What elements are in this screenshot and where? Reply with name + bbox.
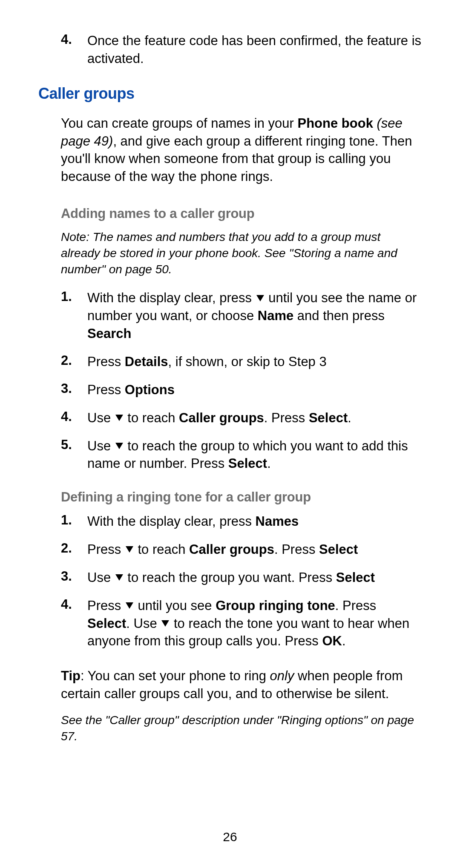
phone-book-bold: Phone book bbox=[297, 116, 373, 131]
subheading-defining-tone: Defining a ringing tone for a caller gro… bbox=[61, 490, 422, 505]
section-intro: You can create groups of names in your P… bbox=[61, 115, 422, 186]
list-body: Press to reach Caller groups. Press Sele… bbox=[87, 541, 422, 559]
text: and then press bbox=[293, 308, 385, 323]
list-number: 4. bbox=[61, 32, 87, 68]
list-item: 3. Press Options bbox=[61, 381, 422, 399]
adding-names-steps: 1. With the display clear, press until y… bbox=[61, 289, 422, 473]
subheading-adding-names: Adding names to a caller group bbox=[61, 206, 422, 221]
text: Press bbox=[87, 382, 125, 397]
text: Press bbox=[87, 598, 125, 613]
select-bold: Select bbox=[309, 410, 348, 425]
list-item: 1. With the display clear, press Names bbox=[61, 513, 422, 530]
section-heading: Caller groups bbox=[38, 85, 422, 103]
text: . Press bbox=[264, 410, 309, 425]
text: Use bbox=[87, 410, 115, 425]
names-bold: Names bbox=[256, 514, 299, 529]
list-body: Use to reach the group to which you want… bbox=[87, 437, 422, 473]
list-number: 1. bbox=[61, 513, 87, 530]
list-item: 4. Use to reach Caller groups. Press Sel… bbox=[61, 409, 422, 427]
list-number: 4. bbox=[61, 409, 87, 427]
list-body: Press Options bbox=[87, 381, 422, 399]
select-bold: Select bbox=[87, 616, 126, 631]
text: . Press bbox=[335, 598, 376, 613]
down-arrow-icon bbox=[256, 295, 264, 301]
list-body: Press Details, if shown, or skip to Step… bbox=[87, 353, 422, 371]
list-number: 2. bbox=[61, 541, 87, 559]
list-item: 4. Press until you see Group ringing ton… bbox=[61, 597, 422, 650]
text: Use bbox=[87, 438, 115, 453]
list-item: 4. Once the feature code has been confir… bbox=[61, 32, 422, 68]
down-arrow-icon bbox=[126, 546, 133, 553]
tip-paragraph: Tip: You can set your phone to ring only… bbox=[61, 667, 422, 703]
text: With the display clear, press bbox=[87, 514, 256, 529]
list-body: Press until you see Group ringing tone. … bbox=[87, 597, 422, 650]
down-arrow-icon bbox=[115, 574, 123, 581]
text: : You can set your phone to ring bbox=[80, 668, 270, 683]
down-arrow-icon bbox=[115, 443, 123, 449]
ok-bold: OK bbox=[322, 633, 342, 648]
text: With the display clear, press bbox=[87, 290, 256, 305]
text: You can create groups of names in your bbox=[61, 116, 297, 131]
details-bold: Details bbox=[125, 354, 168, 369]
page-number: 26 bbox=[0, 830, 460, 844]
text: until you see bbox=[134, 598, 216, 613]
prev-section-continued-list: 4. Once the feature code has been confir… bbox=[61, 32, 422, 68]
text: to reach the group you want. Press bbox=[124, 570, 336, 585]
down-arrow-icon bbox=[161, 620, 169, 627]
text: Press bbox=[87, 542, 125, 557]
list-item: 2. Press Details, if shown, or skip to S… bbox=[61, 353, 422, 371]
list-body: With the display clear, press Names bbox=[87, 513, 422, 530]
name-bold: Name bbox=[258, 308, 293, 323]
tip-label: Tip bbox=[61, 668, 80, 683]
select-bold: Select bbox=[228, 456, 267, 471]
list-body: Once the feature code has been confirmed… bbox=[87, 32, 422, 68]
list-body: Use to reach Caller groups. Press Select… bbox=[87, 409, 422, 427]
text: to reach bbox=[124, 410, 179, 425]
section-caller-groups: Caller groups You can create groups of n… bbox=[61, 85, 422, 745]
list-number: 1. bbox=[61, 289, 87, 343]
group-ringing-tone-bold: Group ringing tone bbox=[216, 598, 335, 613]
text: Press bbox=[87, 354, 125, 369]
select-bold: Select bbox=[336, 570, 375, 585]
defining-tone-steps: 1. With the display clear, press Names 2… bbox=[61, 513, 422, 650]
manual-page: 4. Once the feature code has been confir… bbox=[0, 0, 460, 868]
list-item: 5. Use to reach the group to which you w… bbox=[61, 437, 422, 473]
down-arrow-icon bbox=[115, 415, 123, 421]
list-item: 3. Use to reach the group you want. Pres… bbox=[61, 569, 422, 587]
list-number: 5. bbox=[61, 437, 87, 473]
list-number: 3. bbox=[61, 569, 87, 587]
list-number: 2. bbox=[61, 353, 87, 371]
down-arrow-icon bbox=[126, 602, 133, 609]
text: . bbox=[267, 456, 271, 471]
select-bold: Select bbox=[319, 542, 358, 557]
text: . Use bbox=[126, 616, 161, 631]
list-body: With the display clear, press until you … bbox=[87, 289, 422, 343]
note-text: Note: The names and numbers that you add… bbox=[61, 229, 422, 277]
options-bold: Options bbox=[125, 382, 175, 397]
text: Use bbox=[87, 570, 115, 585]
search-bold: Search bbox=[87, 326, 131, 341]
list-item: 1. With the display clear, press until y… bbox=[61, 289, 422, 343]
caller-groups-bold: Caller groups bbox=[189, 542, 274, 557]
text: , if shown, or skip to Step 3 bbox=[168, 354, 327, 369]
text: . Press bbox=[274, 542, 319, 557]
cross-reference: See the "Caller group" description under… bbox=[61, 712, 422, 745]
text: . bbox=[342, 633, 346, 648]
list-item: 2. Press to reach Caller groups. Press S… bbox=[61, 541, 422, 559]
list-number: 4. bbox=[61, 597, 87, 650]
list-number: 3. bbox=[61, 381, 87, 399]
list-body: Use to reach the group you want. Press S… bbox=[87, 569, 422, 587]
text: , and give each group a different ringin… bbox=[61, 134, 412, 184]
only-italic: only bbox=[270, 668, 294, 683]
text: to reach bbox=[134, 542, 189, 557]
caller-groups-bold: Caller groups bbox=[179, 410, 264, 425]
text: . bbox=[348, 410, 351, 425]
